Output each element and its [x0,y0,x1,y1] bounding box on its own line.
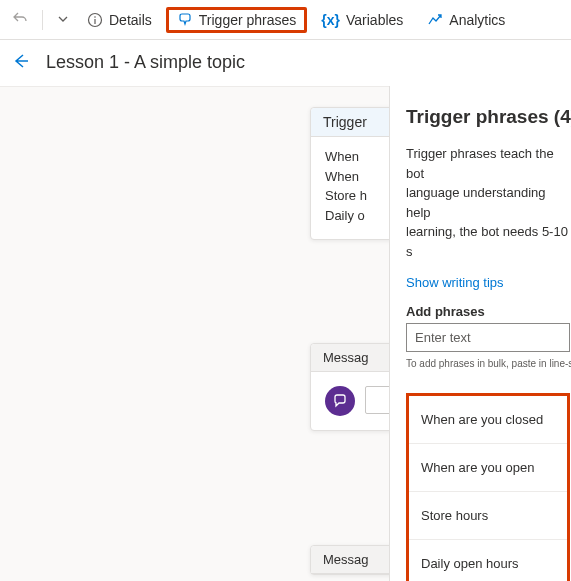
phrase-list: When are you closed When are you open St… [406,393,570,581]
placeholder-text: Enter text [415,330,471,345]
analytics-tab[interactable]: Analytics [417,8,515,32]
chevron-down-icon[interactable] [53,12,73,28]
phrase-item[interactable]: Daily open hours [409,540,567,581]
chat-icon [325,386,355,416]
trigger-phrases-tab[interactable]: Trigger phrases [166,7,308,33]
writing-tips-link[interactable]: Show writing tips [406,275,571,290]
panel-desc-line: learning, the bot needs 5-10 s [406,224,568,259]
trigger-phrases-panel: Trigger phrases (4) Trigger phrases teac… [389,86,571,581]
back-button[interactable] [12,52,30,73]
add-phrase-input[interactable]: Enter text [406,323,570,352]
analytics-icon [427,12,443,28]
panel-desc-line: Trigger phrases teach the bot [406,146,554,181]
page-header: Lesson 1 - A simple topic [0,40,571,84]
details-label: Details [109,12,152,28]
variables-label: Variables [346,12,403,28]
variables-icon: {x} [321,12,340,28]
panel-title: Trigger phrases (4) [406,106,571,128]
panel-description: Trigger phrases teach the bot language u… [406,144,571,261]
undo-button[interactable] [8,10,32,29]
analytics-label: Analytics [449,12,505,28]
top-toolbar: Details Trigger phrases {x} Variables An… [0,0,571,40]
phrase-item[interactable]: When are you closed [409,396,567,444]
add-phrases-label: Add phrases [406,304,571,319]
variables-tab[interactable]: {x} Variables [311,8,413,32]
trigger-label: Trigger phrases [199,12,297,28]
svg-rect-2 [94,19,95,24]
bulk-hint: To add phrases in bulk, paste in line-se… [406,358,571,369]
trigger-icon [177,12,193,28]
toolbar-divider [42,10,43,30]
panel-desc-line: language understanding help [406,185,546,220]
info-icon [87,12,103,28]
phrase-item[interactable]: Store hours [409,492,567,540]
details-tab[interactable]: Details [77,8,162,32]
page-title: Lesson 1 - A simple topic [46,52,245,73]
phrase-item[interactable]: When are you open [409,444,567,492]
svg-point-1 [94,16,96,18]
